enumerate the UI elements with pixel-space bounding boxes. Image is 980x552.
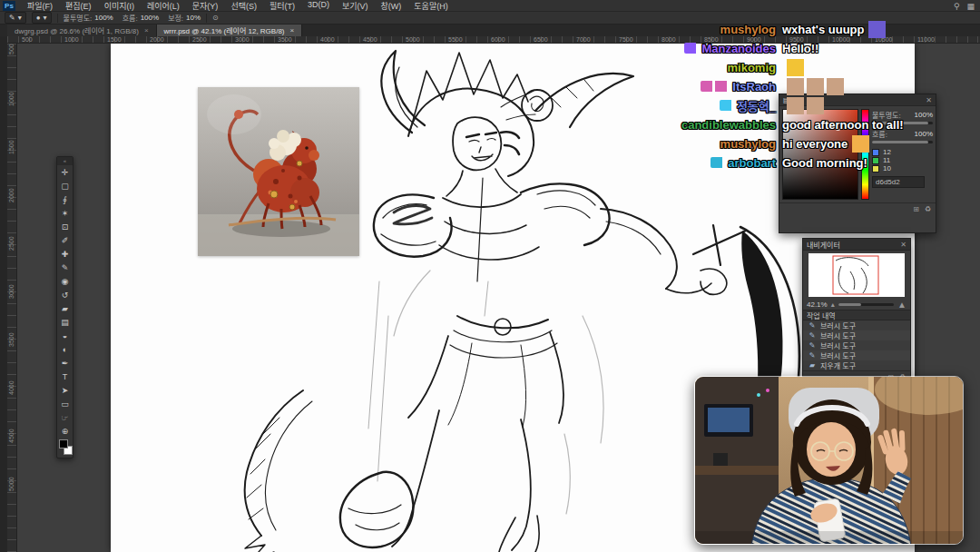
history-item[interactable]: ✎ 브러시 도구 (803, 350, 910, 360)
ruler-label: 4000 (320, 36, 363, 43)
toolbar-tool[interactable]: ∮ (57, 192, 73, 206)
menu-item[interactable]: 이미지(I) (98, 0, 141, 12)
toolbar-tool[interactable]: ▤ (57, 315, 73, 329)
color-panel-footer: ⊞♻ (779, 202, 936, 215)
toolbar-tool[interactable]: ✎ (57, 261, 73, 274)
brush-picker-chip[interactable]: ● ▾ (32, 12, 52, 24)
close-icon[interactable]: × (290, 26, 295, 34)
zoom-slider[interactable] (838, 303, 894, 306)
zoom-value[interactable]: 42.1% (807, 301, 828, 309)
chat-username[interactable]: mushylog (720, 23, 776, 36)
navigator-panel: 내비게이터 ✕ 42.1% ▴ ▲ 작업 내역 ✎ 브러시 도구 ✎ 브러시 도… (802, 238, 911, 377)
ruler-label: 3500 (278, 36, 320, 43)
tool-icon: ✐ (62, 236, 69, 245)
ruler-label: 1000 (64, 36, 107, 43)
toolbar-tool[interactable]: ▢ (57, 179, 73, 192)
chat-text: hi everyone (782, 137, 848, 151)
history-label: 브러시 도구 (820, 330, 856, 340)
option-segment[interactable]: 보정: 10% (168, 13, 201, 23)
tool-list: ✛ ▢ ∮ ✶ ⊡ ✐ ✚ (57, 165, 73, 438)
tool-icon: ◐ (63, 345, 67, 354)
history-item[interactable]: ✎ 브러시 도구 (803, 330, 910, 340)
toolbar-tool[interactable]: ◉ (57, 274, 73, 288)
menu-item[interactable]: 도움말(H) (407, 0, 454, 12)
menu-item[interactable]: 선택(S) (224, 0, 263, 12)
ruler-label: 1000 (8, 92, 16, 140)
close-icon[interactable]: ✕ (900, 241, 906, 249)
menu-item[interactable]: 파일(F) (21, 0, 59, 12)
menu-item[interactable]: 편집(E) (59, 0, 98, 12)
toolbar-tool[interactable]: ➤ (57, 383, 73, 397)
hex-field[interactable]: d6d5d2 (872, 176, 925, 188)
panel-footer-icon[interactable]: ⊞ (913, 205, 919, 213)
history-tool-icon: ✎ (808, 331, 817, 340)
toolbar-tool[interactable]: ✛ (57, 165, 73, 179)
zoom-in-icon[interactable]: ▲ (897, 300, 906, 310)
menu-item[interactable]: 문자(Y) (186, 0, 225, 12)
option-segment[interactable]: 불투명도: 100% (64, 13, 113, 23)
chat-user-cell: Manzanoides (667, 42, 776, 55)
foreground-color-swatch[interactable] (59, 439, 68, 448)
tool-preset-chip[interactable]: ✎ ▾ (5, 12, 26, 24)
panel-footer-icon[interactable]: ♻ (925, 205, 931, 213)
option-label: 보정: (168, 13, 183, 23)
chat-username[interactable]: Manzanoides (701, 42, 776, 55)
toolbar-tool[interactable]: T (57, 370, 73, 383)
document-tab-active[interactable]: wrrr.psd @ 42.1% (레이어 12, RGB/8) × (157, 25, 303, 36)
chat-badge (701, 81, 730, 92)
toolbar-tool[interactable]: ✐ (57, 233, 73, 247)
chat-username[interactable]: candiblewabbles (681, 118, 776, 132)
toolbar-tool[interactable]: ▰ (57, 301, 73, 315)
tool-icon: ◉ (62, 277, 69, 286)
option-value: 10% (186, 14, 201, 22)
toolbar-tool[interactable]: ▭ (57, 397, 73, 410)
toolbar-tool[interactable]: ☞ (57, 410, 73, 424)
menu-item[interactable]: 레이어(L) (141, 0, 186, 12)
toolbar-tool[interactable]: ✒ (57, 356, 73, 370)
option-value: 100% (141, 14, 159, 22)
ruler-label: 3000 (235, 36, 278, 43)
zoom-out-icon[interactable]: ▴ (831, 301, 835, 309)
color-swatches[interactable] (57, 438, 73, 458)
chat-username[interactable]: ItsRaoh (732, 80, 776, 94)
navigator-thumbnail[interactable] (808, 253, 905, 297)
toolbar-tool[interactable]: ⊡ (57, 220, 73, 233)
chat-badge (720, 100, 734, 111)
toolbar-tool[interactable]: ◐ (57, 342, 73, 356)
menu-item[interactable]: 필터(T) (263, 0, 301, 12)
titlebar-icon[interactable]: ▦ (966, 2, 975, 11)
ruler-label: 1500 (8, 140, 16, 188)
menu-item[interactable]: 창(W) (375, 0, 408, 12)
document-tab-inactive[interactable]: dwgrg.psd @ 26.6% (레이어 1, RGB/8) × (7, 25, 157, 36)
chat-username[interactable]: arbobart (728, 156, 776, 170)
option-segment[interactable]: 흐름: 100% (122, 13, 159, 23)
navigator-mini-sketch (808, 253, 905, 297)
toolbar-tool[interactable]: ✶ (57, 206, 73, 220)
history-header[interactable]: 작업 내역 (803, 310, 910, 320)
toolbar-tool[interactable]: ↺ (57, 288, 73, 301)
history-label: 브러시 도구 (820, 340, 856, 350)
history-item[interactable]: ▰ 지우개 도구 (803, 360, 910, 370)
chat-badge (684, 43, 699, 54)
ruler-label: 6000 (491, 36, 534, 43)
chat-username[interactable]: 정동혁_ (737, 97, 776, 114)
history-item[interactable]: ✎ 브러시 도구 (803, 340, 910, 350)
option-segments: 불투명도: 100% 흐름: 100% 보정: 10% (64, 13, 201, 23)
toolbar-tool[interactable]: ◒ (57, 329, 73, 342)
chat-username[interactable]: mushylog (720, 137, 776, 151)
titlebar-icon[interactable]: ⚲ (954, 2, 960, 11)
toolbar-tool[interactable]: ✚ (57, 247, 73, 261)
ruler-label: 500 (22, 36, 64, 43)
menu-item[interactable]: 3D(D) (301, 0, 336, 12)
toolbar-tool[interactable]: ⊕ (57, 424, 73, 438)
chat-message: candiblewabbles good afternoon to all! (667, 115, 944, 133)
collapse-icon[interactable]: « (57, 157, 73, 165)
chat-username[interactable]: mikomig (728, 61, 776, 74)
airbrush-icon[interactable]: ⊙ (212, 14, 219, 22)
menu-item[interactable]: 보기(V) (336, 0, 375, 12)
history-item[interactable]: ✎ 브러시 도구 (803, 320, 910, 330)
ruler-label: 6500 (534, 36, 576, 43)
close-icon[interactable]: × (144, 26, 149, 34)
navigator-header[interactable]: 내비게이터 ✕ (803, 239, 910, 251)
ruler-label: 7000 (576, 36, 619, 43)
